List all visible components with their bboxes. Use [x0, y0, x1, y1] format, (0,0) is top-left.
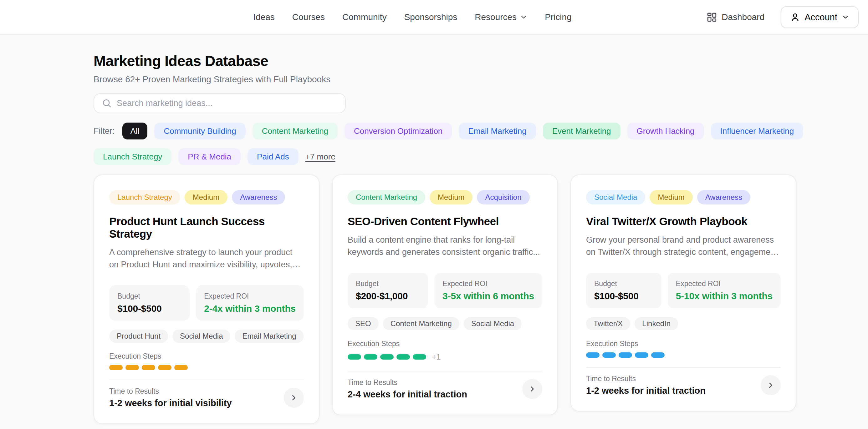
category-badge: Content Marketing: [348, 190, 425, 204]
card-title: SEO-Driven Content Flywheel: [348, 215, 542, 228]
header-actions: Dashboard Account: [707, 6, 859, 28]
nav-item-courses[interactable]: Courses: [292, 12, 325, 22]
funnel-badge: Acquisition: [477, 190, 529, 204]
filter-row-2: Launch Strategy PR & Media Paid Ads +7 m…: [94, 148, 796, 165]
filter-chip-conversion-optimization[interactable]: Conversion Optimization: [344, 123, 452, 139]
steps-overflow-count: +1: [432, 352, 441, 361]
filter-chip-growth-hacking[interactable]: Growth Hacking: [627, 123, 704, 139]
execution-steps: Execution Steps: [109, 352, 304, 370]
budget-value: $100-$500: [117, 303, 182, 314]
search-input[interactable]: [117, 98, 338, 108]
card-footer: Time to Results 1-2 weeks for initial vi…: [109, 380, 304, 408]
nav-item-resources[interactable]: Resources: [475, 12, 527, 22]
funnel-badge: Awareness: [232, 190, 285, 204]
roi-label: Expected ROI: [204, 292, 296, 300]
execution-steps-label: Execution Steps: [109, 352, 304, 361]
filter-chip-event-marketing[interactable]: Event Marketing: [543, 123, 620, 139]
chevron-right-icon: [766, 381, 775, 390]
tag-row: SEO Content Marketing Social Media: [348, 317, 542, 330]
chevron-down-icon: [842, 13, 849, 21]
filter-chip-content-marketing[interactable]: Content Marketing: [252, 123, 338, 139]
tag: LinkedIn: [634, 317, 678, 330]
budget-box: Budget $100-$500: [109, 285, 190, 321]
account-button[interactable]: Account: [781, 6, 859, 28]
filter-chip-launch-strategy[interactable]: Launch Strategy: [94, 148, 172, 165]
roi-label: Expected ROI: [676, 279, 773, 288]
tag: Product Hunt: [109, 330, 168, 343]
funnel-badge: Awareness: [697, 190, 750, 204]
open-card-button[interactable]: [284, 388, 304, 408]
card-footer: Time to Results 2-4 weeks for initial tr…: [348, 371, 542, 400]
filter-row-1: Filter: All Community Building Content M…: [94, 123, 796, 139]
card-title: Product Hunt Launch Success Strategy: [109, 215, 304, 240]
ideas-grid: Launch Strategy Medium Awareness Product…: [94, 174, 796, 429]
page-title: Marketing Ideas Database: [94, 52, 796, 69]
filter-chip-paid-ads[interactable]: Paid Ads: [248, 148, 299, 165]
tag-row: Product Hunt Social Media Email Marketin…: [109, 330, 304, 343]
time-to-results: Time to Results 1-2 weeks for initial vi…: [109, 387, 232, 408]
card-description: Grow your personal brand and product awa…: [586, 234, 781, 258]
idea-card-twitter-growth[interactable]: Social Media Medium Awareness Viral Twit…: [570, 174, 796, 411]
card-footer: Time to Results 1-2 weeks for initial tr…: [586, 367, 781, 396]
info-grid: Budget $200-$1,000 Expected ROI 3-5x wit…: [348, 273, 542, 308]
time-value: 1-2 weeks for initial traction: [586, 386, 706, 396]
search-bar: [94, 93, 346, 113]
badge-row: Social Media Medium Awareness: [586, 190, 781, 204]
chevron-down-icon: [520, 13, 527, 21]
time-label: Time to Results: [348, 378, 467, 387]
execution-steps-label: Execution Steps: [586, 339, 781, 348]
nav-item-sponsorships[interactable]: Sponsorships: [404, 12, 458, 22]
chevron-right-icon: [289, 393, 298, 402]
execution-steps-bars: +1: [348, 352, 542, 361]
filter-chip-pr-media[interactable]: PR & Media: [178, 148, 241, 165]
badge-row: Content Marketing Medium Acquisition: [348, 190, 542, 204]
time-label: Time to Results: [109, 387, 232, 396]
roi-box: Expected ROI 5-10x within 3 months: [668, 273, 781, 308]
card-description: Build a content engine that ranks for lo…: [348, 234, 542, 258]
nav-item-ideas[interactable]: Ideas: [253, 12, 275, 22]
difficulty-badge: Medium: [185, 190, 227, 204]
roi-label: Expected ROI: [442, 279, 534, 288]
account-label: Account: [804, 12, 837, 23]
execution-steps: Execution Steps: [586, 339, 781, 358]
nav-item-community[interactable]: Community: [342, 12, 387, 22]
open-card-button[interactable]: [522, 379, 542, 399]
filter-chip-all[interactable]: All: [122, 123, 148, 139]
time-to-results: Time to Results 2-4 weeks for initial tr…: [348, 378, 467, 400]
dashboard-link[interactable]: Dashboard: [707, 12, 765, 23]
idea-card-product-hunt[interactable]: Launch Strategy Medium Awareness Product…: [94, 174, 319, 424]
main-nav: Ideas Courses Community Sponsorships Res…: [253, 12, 571, 22]
card-title: Viral Twitter/X Growth Playbook: [586, 215, 781, 228]
roi-value: 3-5x within 6 months: [442, 291, 534, 301]
filter-chip-influencer-marketing[interactable]: Influencer Marketing: [711, 123, 804, 139]
roi-value: 2-4x within 3 months: [204, 303, 296, 314]
dashboard-grid-icon: [707, 12, 717, 23]
info-grid: Budget $100-$500 Expected ROI 2-4x withi…: [109, 285, 304, 321]
tag: Social Media: [464, 317, 522, 330]
budget-value: $100-$500: [594, 291, 653, 301]
top-navigation-bar: Ideas Courses Community Sponsorships Res…: [0, 0, 868, 35]
dashboard-label: Dashboard: [721, 12, 765, 22]
filter-chip-community-building[interactable]: Community Building: [154, 123, 245, 139]
badge-row: Launch Strategy Medium Awareness: [109, 190, 304, 204]
budget-label: Budget: [356, 279, 420, 288]
roi-box: Expected ROI 3-5x within 6 months: [434, 273, 542, 308]
filter-chip-email-marketing[interactable]: Email Marketing: [459, 123, 536, 139]
execution-steps: Execution Steps +1: [348, 339, 542, 361]
user-icon: [790, 12, 800, 22]
tag: Social Media: [173, 330, 230, 343]
more-filters-link[interactable]: +7 more: [305, 152, 335, 162]
budget-box: Budget $200-$1,000: [348, 273, 428, 308]
time-label: Time to Results: [586, 374, 706, 383]
category-badge: Social Media: [586, 190, 645, 204]
idea-card-seo-flywheel[interactable]: Content Marketing Medium Acquisition SEO…: [332, 174, 558, 415]
nav-item-pricing[interactable]: Pricing: [545, 12, 572, 22]
filter-label: Filter:: [94, 126, 115, 136]
roi-value: 5-10x within 3 months: [676, 291, 773, 301]
tag: Twitter/X: [586, 317, 630, 330]
tag-row: Twitter/X LinkedIn: [586, 317, 781, 330]
time-value: 1-2 weeks for initial visibility: [109, 398, 232, 408]
open-card-button[interactable]: [761, 375, 781, 395]
budget-label: Budget: [594, 279, 653, 288]
execution-steps-label: Execution Steps: [348, 339, 542, 348]
